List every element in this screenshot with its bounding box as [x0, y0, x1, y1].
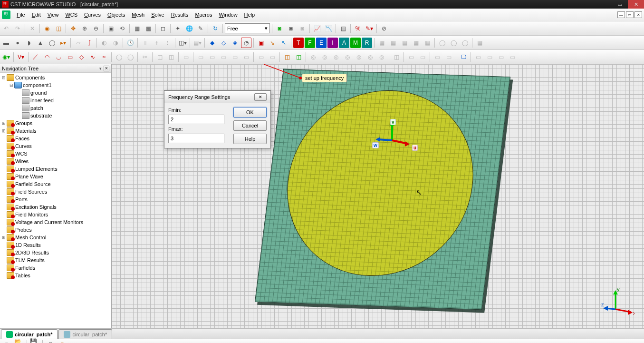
menu-edit[interactable]: Edit [29, 9, 44, 21]
tree-item[interactable]: Faces [1, 135, 110, 142]
bool2-icon[interactable]: ◑ [110, 38, 121, 48]
minimize-button[interactable]: — [596, 0, 612, 9]
mdi-minimize-button[interactable]: — [617, 11, 625, 18]
nav-close-button[interactable]: × [104, 66, 109, 71]
solve-red-icon[interactable]: ▣ [256, 38, 266, 48]
cone-icon[interactable]: ▲ [35, 38, 46, 48]
spline2-icon[interactable]: ≈ [99, 52, 109, 62]
layer-icon[interactable]: ◫ [53, 23, 64, 34]
navigation-tree[interactable]: ⊟Components ⊟component1 ground inner fee… [0, 73, 111, 328]
view-mode-dropdown[interactable]: Free [225, 23, 270, 33]
cut1-icon[interactable]: ✂ [140, 52, 150, 62]
rect-icon[interactable]: ▭ [65, 52, 75, 62]
arc1-icon[interactable]: ◠ [42, 52, 52, 62]
refresh-icon[interactable]: ↻ [210, 23, 221, 34]
3d-viewport[interactable]: u v w ↖ set up frequency x y z Frequency… [112, 64, 644, 328]
res5-icon[interactable]: ▦ [422, 38, 433, 48]
status-save-icon[interactable]: 💾▾ [29, 340, 40, 343]
history-icon[interactable]: 🕓 [125, 38, 135, 48]
tree-item[interactable]: ⊞Materials [1, 127, 110, 135]
fit-icon[interactable]: ▣ [106, 23, 116, 34]
spline-icon[interactable]: ∿ [87, 52, 98, 62]
res2-icon[interactable]: ▦ [388, 38, 398, 48]
mdi-restore-button[interactable]: ▭ [626, 11, 634, 18]
e-icon[interactable]: E [316, 38, 327, 48]
circ3-icon[interactable]: ◯ [460, 38, 470, 48]
g2-icon[interactable]: ◎ [319, 52, 330, 62]
tree-item[interactable]: Wires [1, 157, 110, 165]
h3-icon[interactable]: ▭ [432, 52, 442, 62]
align3-icon[interactable]: ⫶ [163, 38, 173, 48]
wireframe-icon[interactable]: ▦ [132, 23, 142, 34]
op10-icon[interactable]: ▭ [267, 52, 278, 62]
fmin-input[interactable] [168, 115, 224, 124]
menu-solve[interactable]: Solve [148, 9, 168, 21]
op5-icon[interactable]: ▭ [207, 52, 217, 62]
picker2-icon[interactable]: ◫ [293, 52, 304, 62]
cube-disabled-icon[interactable]: ◙ [297, 23, 308, 34]
i-icon[interactable]: I [327, 38, 338, 48]
line-icon[interactable]: ／ [30, 52, 41, 62]
a-icon[interactable]: A [339, 38, 349, 48]
picker-icon[interactable]: ◫ [282, 52, 292, 62]
align2-icon[interactable]: ⫵ [151, 38, 162, 48]
sim1-icon[interactable]: ◆ [207, 38, 217, 48]
page-icon[interactable]: ▤ [338, 23, 348, 34]
circ1-icon[interactable]: ◯ [437, 38, 447, 48]
cancel-button[interactable]: Cancel [233, 120, 267, 131]
undo-icon[interactable]: ↶ [1, 23, 11, 34]
tree-item[interactable]: Tables [1, 272, 110, 279]
dialog-titlebar[interactable]: Frequency Range Settings ✕ [164, 91, 270, 103]
screen-icon[interactable]: 🖵 [458, 52, 469, 62]
poly-icon[interactable]: ◇ [76, 52, 87, 62]
torus-icon[interactable]: ◯ [47, 38, 57, 48]
tree-item[interactable]: WCS [1, 150, 110, 157]
g7-icon[interactable]: ◎ [376, 52, 387, 62]
chart-icon[interactable]: 📈 [312, 23, 322, 34]
sphere-icon[interactable]: ● [12, 38, 23, 48]
probe-icon[interactable]: ↘ [267, 38, 278, 48]
sim2-icon[interactable]: ◇ [218, 38, 229, 48]
tree-item[interactable]: Plane Wave [1, 173, 110, 180]
tree-item[interactable]: Farfield Source [1, 180, 110, 188]
delete-icon[interactable]: ✕ [27, 23, 38, 34]
frequency-button[interactable]: ◔ [241, 38, 251, 48]
rotate-icon[interactable]: ⟲ [117, 23, 127, 34]
tree-item[interactable]: TLM Results [1, 256, 110, 264]
g5-icon[interactable]: ◎ [354, 52, 364, 62]
pick-icon[interactable]: ↖ [279, 38, 289, 48]
doc-tab-inactive[interactable]: circular_patch* [58, 329, 112, 339]
status-open-icon[interactable]: 📂▾ [14, 340, 24, 343]
g8-icon[interactable]: ◫ [391, 52, 402, 62]
res1-icon[interactable]: ▦ [376, 38, 387, 48]
status-new-icon[interactable]: 🗋 [2, 340, 12, 343]
g4-icon[interactable]: ◎ [342, 52, 353, 62]
vec-red-icon[interactable]: V▾ [16, 52, 26, 62]
redo-icon[interactable]: ↷ [12, 23, 23, 34]
maximize-button[interactable]: ▭ [612, 0, 628, 9]
menu-mesh[interactable]: Mesh [128, 9, 148, 21]
tree-item[interactable]: Ports [1, 196, 110, 203]
help-button[interactable]: Help [233, 134, 267, 144]
bool1-icon[interactable]: ◐ [99, 38, 109, 48]
circ2-icon[interactable]: ◯ [448, 38, 459, 48]
last-icon[interactable]: ▦ [474, 38, 485, 48]
pick-point-icon[interactable]: ◉▾ [1, 52, 11, 62]
doc-tab-active[interactable]: circular_patch* [1, 329, 58, 339]
g1-icon[interactable]: ◎ [308, 52, 318, 62]
pen-icon[interactable]: ✎▾ [364, 23, 375, 34]
op8-icon[interactable]: ▭ [241, 52, 251, 62]
xyz-compass-icon[interactable]: x y z [601, 285, 634, 319]
status-print-icon[interactable]: 🖶 [45, 340, 56, 343]
grid-icon[interactable]: ▩ [143, 23, 154, 34]
r-icon[interactable]: R [362, 38, 372, 48]
op6-icon[interactable]: ▭ [218, 52, 229, 62]
op4-icon[interactable]: ▭ [195, 52, 206, 62]
t-icon[interactable]: T [293, 38, 304, 48]
op2-icon[interactable]: ◫ [166, 52, 176, 62]
g3-icon[interactable]: ◎ [331, 52, 341, 62]
move-icon[interactable]: ✥ [68, 23, 78, 34]
mdi-close-button[interactable]: ✕ [634, 11, 642, 18]
box-icon[interactable]: ◻ [158, 23, 168, 34]
star-icon[interactable]: ✦ [173, 23, 183, 34]
